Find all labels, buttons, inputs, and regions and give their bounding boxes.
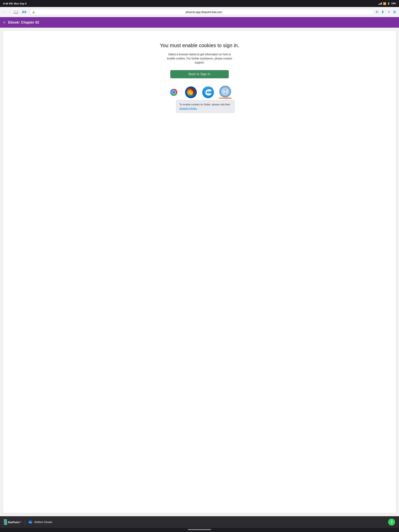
thepoint-logo-icon <box>4 519 7 525</box>
lock-icon: 🔒 <box>32 11 35 13</box>
wifi-icon: 📶 <box>383 2 386 5</box>
wk-logo-icon: WK <box>28 520 33 524</box>
svg-text:WK: WK <box>29 521 32 523</box>
safari-tooltip: To enable cookies on Safari, please visi… <box>176 100 235 113</box>
app-header: × Ebook: Chapter 02 <box>0 17 399 28</box>
svg-rect-15 <box>6 519 7 522</box>
wk-brand-area: WK Wolters Kluwer <box>28 520 53 524</box>
url-bar[interactable]: 🔒 phoenix-app.thepoint.lww.com <box>30 9 374 15</box>
forward-nav-button[interactable]: › <box>8 9 12 15</box>
status-icons-area: 📶 🔋 19% <box>378 2 396 5</box>
tabs-button[interactable]: ⧉ <box>393 9 397 15</box>
help-button[interactable]: ? <box>388 519 395 526</box>
browser-nav-bar: ‹ › 📖 AA 🔒 phoenix-app.thepoint.lww.com … <box>0 7 399 17</box>
svg-point-13 <box>225 91 226 92</box>
page-card: You must enable cookies to sign in. Sele… <box>3 31 396 513</box>
footer-brand-area: thePoint® WK Wolters Kluwer <box>4 519 53 525</box>
signal-icon <box>378 2 382 5</box>
chrome-browser-icon[interactable] <box>167 86 180 99</box>
back-nav-button[interactable]: ‹ <box>2 9 6 15</box>
status-time-area: 9:46 PM Mon Sep 6 <box>3 2 26 5</box>
main-content: You must enable cookies to sign in. Sele… <box>0 28 399 516</box>
svg-rect-14 <box>4 519 6 522</box>
thepoint-logo: thePoint® <box>4 519 22 525</box>
close-button[interactable]: × <box>3 20 6 24</box>
svg-point-3 <box>172 91 175 94</box>
thepoint-trademark: ® <box>20 521 22 523</box>
bookmarks-icon: 📖 <box>13 10 18 14</box>
home-indicator-area <box>0 528 399 532</box>
share-button[interactable]: ⬆ <box>380 9 385 15</box>
main-heading: You must enable cookies to sign in. <box>160 43 239 49</box>
safari-tooltip-area: To enable cookies on Safari, please visi… <box>176 100 235 113</box>
new-tab-button[interactable]: + <box>387 9 391 15</box>
firefox-browser-icon[interactable] <box>185 86 197 99</box>
url-text: phoenix-app.thepoint.lww.com <box>36 11 371 14</box>
date: Mon Sep 6 <box>14 2 26 5</box>
safari-browser-wrap <box>219 85 232 99</box>
reload-button[interactable]: ↻ <box>376 10 379 14</box>
thepoint-text: thePoint <box>8 520 19 524</box>
safari-tooltip-text: To enable cookies on Safari, please visi… <box>180 103 230 106</box>
footer: thePoint® WK Wolters Kluwer ? <box>0 516 399 528</box>
safari-browser-icon[interactable] <box>219 85 232 98</box>
safari-support-link[interactable]: Support Center. <box>180 107 197 110</box>
ie-browser-icon[interactable] <box>202 86 214 99</box>
battery-icon: 🔋 <box>387 2 390 5</box>
wk-text: Wolters Kluwer <box>34 520 53 524</box>
svg-rect-16 <box>4 522 6 525</box>
browser-icons-row <box>167 85 232 99</box>
app-title: Ebook: Chapter 02 <box>8 20 39 25</box>
safari-active-indicator <box>219 98 232 99</box>
back-to-signin-button[interactable]: Back to Sign In <box>170 70 229 78</box>
battery-percent: 19% <box>391 2 396 5</box>
status-bar: 9:46 PM Mon Sep 6 📶 🔋 19% <box>0 0 399 7</box>
sub-text: Select a browser below to get informatio… <box>166 52 233 65</box>
home-bar <box>188 529 211 530</box>
footer-divider <box>25 519 25 525</box>
svg-rect-17 <box>6 522 7 525</box>
text-size-button[interactable]: AA <box>20 10 28 15</box>
time: 9:46 PM <box>3 2 13 5</box>
